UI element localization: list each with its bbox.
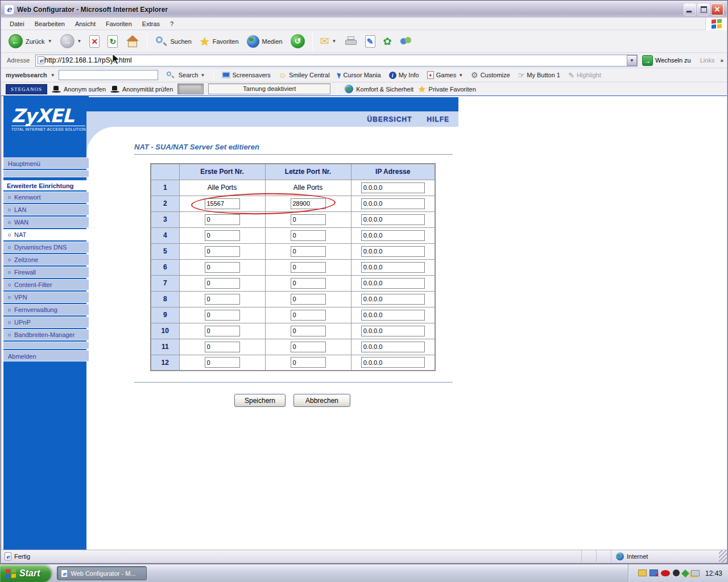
ip-address-input[interactable] xyxy=(361,278,425,289)
removable-media-icon[interactable] xyxy=(691,570,700,576)
nav-uebersicht-link[interactable]: ÜBERSICHT xyxy=(367,115,412,123)
ip-address-input[interactable] xyxy=(361,326,425,336)
favorites-button[interactable]: ★ Favoriten xyxy=(197,34,242,49)
icq-button[interactable]: ✿ xyxy=(380,34,395,49)
mws-item-my-info[interactable]: iMy Info xyxy=(387,71,421,80)
mail-dropdown-icon[interactable]: ▼ xyxy=(332,39,337,44)
close-button[interactable]: ✕ xyxy=(711,3,723,15)
messenger-button[interactable] xyxy=(397,35,415,48)
ip-address-input[interactable] xyxy=(361,357,425,368)
ati-icon[interactable] xyxy=(661,570,670,576)
sidebar-item-dynamisches-dns[interactable]: Dynamisches DNS xyxy=(3,242,89,253)
start-button[interactable]: Start xyxy=(0,565,51,582)
sidebar-item-kennwort[interactable]: Kennwort xyxy=(3,192,89,203)
save-button[interactable]: Speichern xyxy=(234,394,286,407)
first-port-input[interactable] xyxy=(205,278,240,289)
last-port-input[interactable] xyxy=(291,326,326,336)
search-button[interactable]: Suchen xyxy=(152,34,194,49)
mywebsearch-logo[interactable]: mywebsearch xyxy=(6,72,47,78)
cancel-button[interactable]: Abbrechen xyxy=(293,394,350,407)
sidebar-item-hauptmenü[interactable]: Hauptmenü xyxy=(3,157,89,169)
anonymitaet-pruefen-button[interactable]: Anonymität prüfen xyxy=(110,86,173,93)
refresh-button[interactable]: ↻ xyxy=(105,34,121,49)
first-port-input[interactable] xyxy=(205,262,240,273)
last-port-input[interactable] xyxy=(291,214,326,225)
history-button[interactable]: ↺ xyxy=(288,33,308,49)
komfort-sicherheit-button[interactable]: Komfort & Sicherheit xyxy=(345,85,413,93)
sidebar-item-content-filter[interactable]: Content-Filter xyxy=(3,279,89,290)
forward-button[interactable]: → ▼ xyxy=(57,33,85,49)
ip-address-input[interactable] xyxy=(361,214,425,225)
sidebar-item-wan[interactable]: WAN xyxy=(3,217,89,228)
mws-search-dropdown-icon[interactable]: ▼ xyxy=(201,73,205,78)
forward-dropdown-icon[interactable]: ▼ xyxy=(77,39,82,44)
menu-item-item[interactable]: ? xyxy=(165,19,179,29)
ip-address-input[interactable] xyxy=(361,262,425,273)
resize-grip[interactable] xyxy=(719,550,727,563)
mws-item-cursor-mania[interactable]: Cursor Mania xyxy=(336,71,383,79)
back-button[interactable]: ← Zurück ▼ xyxy=(6,33,55,49)
media-button[interactable]: Medien xyxy=(244,34,286,49)
mws-item-customize[interactable]: ⚙Customize xyxy=(469,70,512,80)
home-button[interactable] xyxy=(123,34,142,49)
anonym-surfen-button[interactable]: Anonym surfen xyxy=(52,86,106,93)
ip-address-input[interactable] xyxy=(361,342,425,352)
back-dropdown-icon[interactable]: ▼ xyxy=(48,39,52,44)
minimize-button[interactable] xyxy=(684,3,696,15)
mws-item-my-button-1[interactable]: ☞My Button 1 xyxy=(516,70,562,80)
restore-button[interactable] xyxy=(697,3,710,15)
sidebar-item-lan[interactable]: LAN xyxy=(3,204,89,215)
mywebsearch-search-input[interactable] xyxy=(59,70,158,80)
mws-item-highlight[interactable]: ✎Highlight xyxy=(566,70,603,80)
network-status-icon[interactable] xyxy=(650,569,658,576)
menu-item-ansicht[interactable]: Ansicht xyxy=(70,19,101,29)
mywebsearch-dropdown-icon[interactable]: ▼ xyxy=(51,73,55,78)
volume-icon[interactable] xyxy=(673,569,680,576)
first-port-input[interactable] xyxy=(205,310,240,321)
menu-item-bearbeiten[interactable]: Bearbeiten xyxy=(30,19,70,29)
ip-address-input[interactable] xyxy=(361,310,425,321)
last-port-input[interactable] xyxy=(291,310,326,321)
first-port-input[interactable] xyxy=(205,357,240,368)
first-port-input[interactable] xyxy=(205,294,240,305)
menu-item-extras[interactable]: Extras xyxy=(137,19,165,29)
print-button[interactable] xyxy=(342,35,360,48)
ip-address-input[interactable] xyxy=(361,294,425,305)
sidebar-item-upnp[interactable]: UPnP xyxy=(3,317,89,328)
display-icon[interactable] xyxy=(638,569,647,576)
ip-address-input[interactable] xyxy=(361,230,425,241)
taskbar-task-button[interactable]: e Web Configurator - M... xyxy=(57,566,147,580)
last-port-input[interactable] xyxy=(291,342,326,352)
first-port-input[interactable] xyxy=(205,326,240,336)
last-port-input[interactable] xyxy=(291,278,326,289)
links-chevron-icon[interactable]: » xyxy=(720,57,723,64)
last-port-input[interactable] xyxy=(291,262,326,273)
mail-button[interactable]: ✉▼ xyxy=(317,34,340,49)
nav-hilfe-link[interactable]: HILFE xyxy=(427,115,449,123)
sidebar-item-fernverwaltung[interactable]: Fernverwaltung xyxy=(3,304,89,315)
sidebar-item-firewall[interactable]: Firewall xyxy=(3,267,89,278)
mws-item-smiley-central[interactable]: ☺Smiley Central xyxy=(276,71,332,79)
first-port-input[interactable] xyxy=(205,214,240,225)
ip-address-input[interactable] xyxy=(361,246,425,257)
sidebar-item-vpn[interactable]: VPN xyxy=(3,292,89,303)
sidebar-item-erweiterte-einrichtung[interactable]: Erweiterte Einrichtung xyxy=(3,180,89,190)
address-dropdown-icon[interactable]: ▼ xyxy=(627,55,637,66)
go-button[interactable]: → Wechseln zu xyxy=(641,55,694,66)
edit-button[interactable]: ✎ xyxy=(362,34,378,49)
ip-address-input[interactable] xyxy=(361,182,425,193)
address-input[interactable] xyxy=(44,56,627,64)
menu-item-favoriten[interactable]: Favoriten xyxy=(101,19,137,29)
mws-item-screensavers[interactable]: Screensavers xyxy=(220,71,273,79)
mws-search-button[interactable]: Search ▼ xyxy=(162,68,208,82)
games-dropdown-icon[interactable]: ▼ xyxy=(458,73,463,78)
sidebar-item-abmelden[interactable]: Abmelden xyxy=(3,350,89,361)
sidebar-item-zeitzone[interactable]: Zeitzone xyxy=(3,254,89,265)
private-favoriten-button[interactable]: ★Private Favoriten xyxy=(418,84,476,94)
last-port-input[interactable] xyxy=(291,230,326,241)
last-port-input[interactable] xyxy=(291,294,326,305)
last-port-input[interactable] xyxy=(291,246,326,257)
first-port-input[interactable] xyxy=(205,246,240,257)
shield-icon[interactable] xyxy=(681,569,689,577)
last-port-input[interactable] xyxy=(291,357,326,368)
